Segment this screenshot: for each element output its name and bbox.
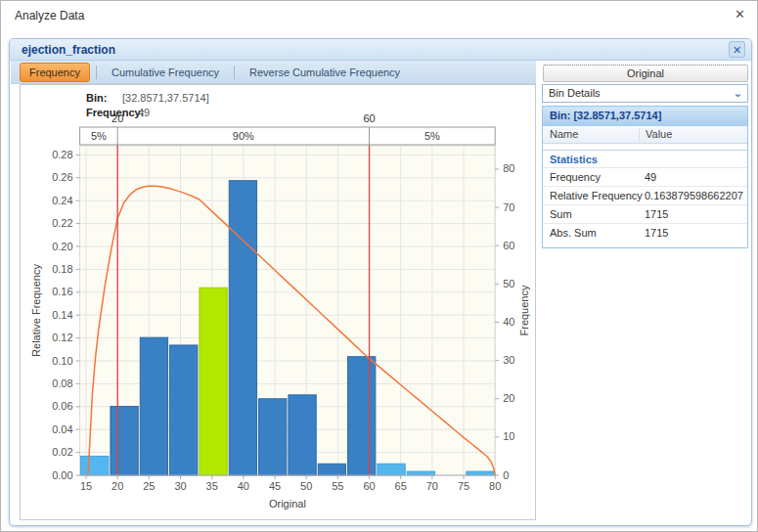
- svg-text:0.16: 0.16: [52, 286, 72, 297]
- right-axis-title: Frequency: [518, 285, 530, 335]
- histogram-bar[interactable]: [467, 471, 494, 475]
- svg-text:Original: Original: [269, 498, 306, 510]
- svg-text:20: 20: [111, 480, 123, 492]
- svg-text:0.02: 0.02: [52, 446, 72, 458]
- histogram-bar[interactable]: [378, 464, 405, 475]
- svg-text:65: 65: [395, 480, 407, 492]
- chevron-down-icon: ⌄: [734, 85, 742, 102]
- tab-reverse-cumulative-frequency[interactable]: Reverse Cumulative Frequency: [241, 64, 409, 81]
- tab-strip: FrequencyCumulative FrequencyReverse Cum…: [11, 61, 536, 84]
- row-value: 1715: [645, 208, 744, 220]
- left-axis-title: Relative Frequency: [30, 264, 42, 357]
- svg-text:0.10: 0.10: [52, 355, 72, 367]
- ejection-fraction-panel: ejection_fraction ✕ FrequencyCumulative …: [9, 38, 752, 526]
- histogram-bar[interactable]: [81, 456, 109, 475]
- tooltip-frequency-label: Frequency:: [86, 107, 138, 118]
- histogram-chart: 20605%90%5%1520253035404550556065707580O…: [21, 85, 535, 519]
- svg-text:25: 25: [143, 480, 155, 492]
- svg-text:0.14: 0.14: [52, 309, 72, 321]
- svg-text:0: 0: [503, 469, 509, 481]
- svg-text:40: 40: [238, 480, 249, 492]
- bin-details-dropdown-value: Bin Details: [549, 87, 601, 99]
- table-row[interactable]: Frequency49: [543, 168, 747, 187]
- histogram-bar[interactable]: [140, 337, 167, 475]
- histogram-bar[interactable]: [407, 471, 434, 475]
- histogram-bar[interactable]: [259, 399, 287, 475]
- panel-header: ejection_fraction ✕: [10, 39, 751, 61]
- svg-text:80: 80: [489, 480, 501, 492]
- histogram-bar[interactable]: [229, 181, 256, 475]
- tab-cumulative-frequency[interactable]: Cumulative Frequency: [103, 64, 228, 81]
- svg-text:40: 40: [503, 316, 514, 328]
- tab-frequency[interactable]: Frequency: [20, 63, 90, 82]
- table-row[interactable]: Abs. Sum1715: [543, 224, 747, 243]
- svg-text:0.24: 0.24: [52, 195, 72, 206]
- svg-text:55: 55: [332, 480, 343, 492]
- row-name: Relative Frequency: [550, 190, 643, 201]
- tab-divider: [234, 66, 235, 79]
- panel-title: ejection_fraction: [22, 43, 115, 57]
- svg-text:30: 30: [174, 480, 186, 492]
- svg-text:0.08: 0.08: [52, 377, 72, 389]
- row-value: 49: [645, 171, 744, 183]
- svg-text:0.04: 0.04: [52, 423, 72, 435]
- row-name: Abs. Sum: [550, 227, 597, 239]
- histogram-bar[interactable]: [318, 464, 345, 475]
- row-name: Frequency: [550, 171, 601, 183]
- histogram-bar[interactable]: [111, 407, 138, 475]
- svg-text:30: 30: [503, 354, 514, 366]
- svg-text:0.20: 0.20: [52, 241, 72, 252]
- tooltip-bin-label: Bin:: [86, 92, 122, 104]
- svg-text:75: 75: [458, 480, 469, 492]
- column-header-value: Value: [639, 128, 672, 142]
- svg-text:70: 70: [503, 201, 514, 213]
- svg-text:0.00: 0.00: [52, 469, 72, 481]
- svg-text:0.22: 0.22: [52, 217, 72, 229]
- svg-text:45: 45: [269, 480, 281, 492]
- table-column-headers: Name Value: [543, 126, 747, 144]
- svg-text:70: 70: [426, 480, 438, 492]
- histogram-bar[interactable]: [348, 357, 376, 475]
- row-name: Sum: [550, 208, 572, 220]
- chart-container: 20605%90%5%1520253035404550556065707580O…: [20, 84, 536, 520]
- svg-text:35: 35: [206, 480, 218, 492]
- svg-text:0.06: 0.06: [52, 400, 72, 412]
- svg-text:0.12: 0.12: [52, 332, 72, 343]
- original-button[interactable]: Original: [543, 65, 748, 82]
- svg-text:5%: 5%: [424, 130, 440, 142]
- svg-text:0.26: 0.26: [52, 171, 72, 183]
- row-value: 1715: [645, 227, 744, 239]
- column-header-name: Name: [550, 128, 578, 140]
- svg-text:60: 60: [503, 240, 514, 251]
- table-row[interactable]: Relative Frequency0.163879598662207...: [543, 187, 747, 205]
- bin-details-table: Bin: [32.8571,37.5714] Name Value Statis…: [542, 106, 748, 248]
- bin-tooltip: Bin: [32.8571,37.5714] Frequency: 49: [86, 90, 209, 119]
- svg-text:60: 60: [363, 112, 375, 124]
- svg-text:0.18: 0.18: [52, 263, 72, 275]
- table-row[interactable]: Sum1715: [543, 205, 747, 224]
- row-value: 0.163879598662207...: [645, 190, 744, 201]
- bin-table-header: Bin: [32.8571,37.5714]: [543, 107, 747, 126]
- svg-text:80: 80: [503, 162, 514, 174]
- tooltip-frequency-value: 49: [138, 107, 150, 118]
- dialog-title: Analyze Data: [15, 9, 84, 22]
- bin-details-dropdown[interactable]: Bin Details ⌄: [542, 84, 748, 103]
- svg-text:20: 20: [503, 392, 514, 404]
- dialog-titlebar: Analyze Data ✕: [1, 1, 757, 30]
- histogram-bar[interactable]: [170, 345, 198, 475]
- svg-text:5%: 5%: [91, 130, 107, 142]
- svg-text:10: 10: [503, 430, 514, 442]
- svg-text:15: 15: [80, 480, 92, 492]
- svg-text:0.28: 0.28: [52, 149, 72, 160]
- dialog-close-icon[interactable]: ✕: [735, 8, 745, 22]
- svg-text:60: 60: [363, 480, 375, 492]
- panel-close-icon[interactable]: ✕: [729, 41, 745, 58]
- tooltip-bin-value: [32.8571,37.5714]: [122, 92, 209, 104]
- histogram-bar[interactable]: [289, 395, 316, 475]
- svg-text:90%: 90%: [233, 130, 254, 142]
- tab-divider: [96, 66, 97, 79]
- statistics-header: Statistics: [543, 150, 747, 168]
- svg-text:50: 50: [300, 480, 312, 492]
- histogram-bar-selected[interactable]: [200, 288, 227, 475]
- svg-text:50: 50: [503, 278, 514, 289]
